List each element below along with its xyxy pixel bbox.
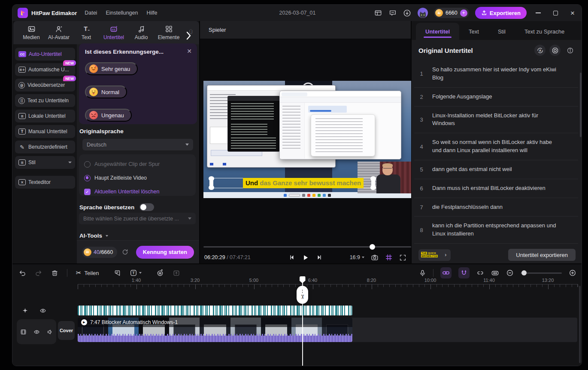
export-button[interactable]: Exportieren bbox=[475, 7, 527, 19]
tab-stil-right[interactable]: Stil bbox=[488, 23, 515, 40]
zoom-slider-knob[interactable] bbox=[521, 270, 527, 275]
translate-language-select[interactable]: Bitte wählen Sie zuerst die übersetzte .… bbox=[79, 213, 196, 224]
radio-selected-clip[interactable]: Ausgewählter Clip der Spur bbox=[84, 159, 191, 170]
magnet-snap-icon[interactable] bbox=[458, 267, 470, 278]
start-recognition-button[interactable]: Kennung starten bbox=[136, 246, 194, 259]
download-icon[interactable] bbox=[403, 9, 412, 17]
marker-icon[interactable] bbox=[114, 269, 121, 277]
subtitle-style-preview-button[interactable]: THE QUICK BROWN FOX › bbox=[418, 249, 451, 261]
aspect-ratio-select[interactable]: 16:9 bbox=[350, 254, 364, 260]
undo-icon[interactable] bbox=[18, 269, 26, 277]
language-select[interactable]: Deutsch bbox=[82, 139, 193, 150]
player-seekbar[interactable] bbox=[203, 246, 411, 248]
speaker-icon[interactable] bbox=[47, 329, 53, 335]
film-icon[interactable] bbox=[20, 329, 27, 335]
delete-icon[interactable] bbox=[51, 269, 58, 277]
menu-einstellungen[interactable]: Einstellungen bbox=[106, 10, 138, 16]
add-credits-icon[interactable]: + bbox=[460, 9, 467, 17]
sidebar-item-lokale-untertitel[interactable]: ≡Lokale Untertitel bbox=[15, 110, 75, 122]
user-avatar[interactable] bbox=[418, 8, 428, 18]
close-button[interactable]: × bbox=[567, 9, 578, 17]
ribbon-more-icon[interactable] bbox=[185, 31, 192, 40]
close-icon[interactable]: ✕ bbox=[187, 48, 192, 55]
tab-audio[interactable]: Audio bbox=[127, 25, 155, 40]
play-button[interactable] bbox=[302, 254, 309, 261]
feedback-ungenau-button[interactable]: Ungenau bbox=[85, 109, 132, 122]
tab-ai-avatar[interactable]: AI-Avatar bbox=[45, 25, 73, 40]
sidebar-item-automatische[interactable]: ≡+Automatische U... NEW bbox=[15, 63, 75, 76]
subtitle-list-item[interactable]: 3 Linux-Installation meldet BitLocker ak… bbox=[414, 107, 578, 134]
frame-export-icon[interactable] bbox=[173, 269, 180, 277]
prev-frame-button[interactable] bbox=[288, 254, 295, 261]
playhead-split-button[interactable]: ✂ bbox=[297, 286, 308, 304]
zoom-in-icon[interactable] bbox=[569, 269, 576, 277]
eye-icon[interactable] bbox=[33, 329, 40, 335]
sidebar-item-manual-untertitel[interactable]: TManual Untertitel bbox=[15, 125, 75, 138]
redo-icon[interactable] bbox=[35, 269, 42, 277]
voiceover-mic-icon[interactable] bbox=[419, 269, 426, 277]
zoom-out-icon[interactable] bbox=[506, 269, 514, 277]
tab-untertitel-right[interactable]: Untertitel bbox=[416, 23, 459, 40]
subtitle-track-clip[interactable] bbox=[78, 306, 352, 315]
credits-badge[interactable]: AI 6660 + bbox=[434, 8, 469, 18]
tab-text-right[interactable]: Text bbox=[459, 23, 488, 40]
sidebar-item-benutzerdefiniert[interactable]: ✎Benutzerdefiniert bbox=[15, 141, 75, 153]
scrollbar[interactable] bbox=[580, 73, 582, 137]
minimize-button[interactable] bbox=[533, 9, 544, 17]
translate-toggle[interactable] bbox=[139, 203, 154, 211]
subtitle-list-item[interactable]: 7 die Festplanschlüsseln dann bbox=[414, 198, 578, 217]
timeline-zoom-slider[interactable] bbox=[521, 272, 562, 274]
sidebar-item-text-zu-untertiteln[interactable]: ||Text zu Untertiteln bbox=[15, 94, 75, 107]
subtitle-list-item[interactable]: 5 dann geht das erstmal nicht weil bbox=[414, 160, 578, 179]
safe-zone-grid-icon[interactable] bbox=[385, 254, 393, 261]
snapshot-icon[interactable] bbox=[371, 254, 379, 261]
maximize-button[interactable] bbox=[550, 9, 561, 17]
subtitle-selection-box[interactable]: Und das Ganze sehr bewusst machen bbox=[211, 178, 373, 188]
sidebar-item-texteditor[interactable]: ×Texteditor bbox=[15, 176, 75, 189]
feedback-icon[interactable] bbox=[388, 9, 397, 17]
tab-untertitel[interactable]: CC Untertitel bbox=[100, 25, 127, 40]
menu-datei[interactable]: Datei bbox=[85, 10, 97, 16]
subtitle-list-item[interactable]: 4 So weit so normal wenn ich BitLocker a… bbox=[414, 133, 578, 160]
refresh-icon[interactable] bbox=[121, 248, 129, 256]
feedback-normal-button[interactable]: Normal bbox=[85, 86, 127, 98]
feedback-sehr-genau-button[interactable]: Sehr genau bbox=[85, 62, 138, 75]
layout-icon[interactable] bbox=[374, 9, 382, 17]
tab-text[interactable]: T Text bbox=[73, 25, 100, 40]
link-clips-icon[interactable] bbox=[440, 267, 452, 278]
export-subtitles-button[interactable]: Untertitel exportieren bbox=[508, 249, 576, 261]
chevron-down-icon[interactable] bbox=[106, 235, 108, 237]
subtitle-list-item[interactable]: 1 So hallo zusammen hier ist wieder Indy… bbox=[414, 61, 578, 88]
tab-elemente[interactable]: Elemente Ü bbox=[155, 25, 182, 40]
video-preview[interactable]: Und das Ganze sehr bewusst machen bbox=[203, 81, 411, 198]
sidebar-item-videouebersetzer[interactable]: @Videoübersetzer NEW bbox=[15, 79, 75, 92]
info-icon[interactable] bbox=[564, 45, 576, 56]
subtitle-list-item[interactable]: 2 Folgende Ausgangslage bbox=[414, 88, 578, 107]
radio-main-timeline[interactable]: Haupt Zeitleiste Video bbox=[84, 172, 191, 183]
sidebar-item-stil[interactable]: ≡Stil bbox=[15, 156, 75, 169]
split-button[interactable]: ✂ Teilen bbox=[76, 270, 99, 276]
next-frame-button[interactable] bbox=[316, 254, 323, 261]
subtitle-list-item[interactable]: 6 Dann muss ich erstmal BitLocker deakti… bbox=[414, 179, 578, 198]
unlink-icon[interactable] bbox=[476, 269, 484, 277]
tab-text-zu-sprache[interactable]: Text zu Sprache bbox=[515, 23, 574, 40]
magic-sparkle-icon[interactable] bbox=[22, 307, 28, 314]
fit-timeline-icon[interactable] bbox=[491, 269, 499, 277]
timeline-ruler[interactable] bbox=[78, 284, 578, 289]
checkbox-delete-current[interactable]: ✓ Aktuellen Untertitel löschen bbox=[84, 186, 191, 197]
auto-match-icon[interactable]: A bbox=[534, 45, 546, 56]
text-tool-button[interactable]: T bbox=[130, 269, 142, 277]
subtitle-list-item[interactable]: 8 kann ich die Partition entsprechend an… bbox=[414, 217, 578, 244]
sidebar-item-auto-untertitel[interactable]: CCAuto-Untertitel bbox=[15, 48, 75, 61]
scrollbar[interactable] bbox=[579, 286, 581, 363]
menu-hilfe[interactable]: Hilfe bbox=[146, 10, 157, 16]
target-settings-icon[interactable] bbox=[549, 45, 561, 56]
cover-button[interactable]: Cover bbox=[58, 321, 75, 340]
fullscreen-icon[interactable] bbox=[399, 254, 406, 261]
subtitle-left-handle[interactable] bbox=[209, 177, 213, 189]
subtitle-right-handle[interactable] bbox=[371, 177, 375, 189]
speed-icon[interactable] bbox=[156, 269, 164, 277]
seekbar-knob[interactable] bbox=[370, 244, 375, 250]
tab-medien[interactable]: Medien bbox=[18, 25, 45, 40]
eye-icon[interactable] bbox=[39, 307, 46, 314]
